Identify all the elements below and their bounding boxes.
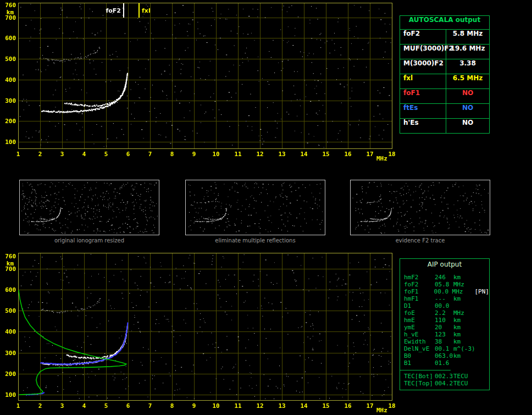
aip-table-body: hmF2246kmfoF205.8MHzfoF100.0MHz[PN]hmF1-…	[400, 274, 489, 387]
parameter-value: NO	[446, 89, 489, 103]
parameter-value: 00.1	[435, 345, 453, 352]
parameter-value: 3.38	[446, 59, 489, 74]
parameter-value: 002.3	[435, 373, 453, 380]
thumbnail-caption-1: original ionogram resized	[19, 237, 159, 244]
parameter-unit: km	[453, 331, 476, 338]
parameter-value: ---	[435, 295, 453, 302]
autoscala-window: Rome (lat: +41.8, lon: 012.5) - DATE: 20…	[0, 0, 532, 415]
parameter-label: h'Es	[400, 119, 446, 133]
profile-ionogram-plot	[0, 250, 397, 415]
aip-row: B101.6	[400, 359, 489, 367]
parameter-value: 063.0	[435, 352, 453, 359]
parameter-unit: m^(-3)	[453, 345, 476, 352]
parameter-label: MUF(3000)F2	[400, 45, 446, 59]
parameter-unit: km	[453, 324, 476, 331]
aip-row: hmF1---km	[400, 295, 489, 302]
parameter-label: TEC[Top]	[404, 380, 435, 387]
aip-row: ymE20km	[400, 324, 489, 331]
thumbnail-caption-3: evidence F2 trace	[350, 237, 490, 244]
parameter-unit: km	[453, 317, 476, 324]
aip-row: foF205.8MHz	[400, 281, 489, 288]
parameter-value: 123	[435, 331, 453, 338]
parameter-label: ftEs	[400, 104, 446, 118]
parameter-label: hmE	[404, 317, 435, 324]
autoscala-table-body: foF25.8 MHzMUF(3000)F219.6 MHzM(3000)F23…	[400, 30, 489, 133]
parameter-value: 00.0	[435, 302, 453, 309]
parameter-label: hmF1	[404, 295, 435, 302]
parameter-value: 004.2	[435, 380, 453, 387]
parameter-value: 5.8 MHz	[446, 30, 489, 44]
aip-output-table: AIP output hmF2246kmfoF205.8MHzfoF100.0M…	[400, 258, 490, 390]
aip-row: TEC[Bot]002.3TECU	[400, 373, 489, 380]
parameter-label: h_vE	[404, 331, 435, 338]
autoscala-row: h'EsNO	[400, 119, 489, 133]
parameter-label: TEC[Bot]	[404, 373, 435, 380]
parameter-unit: km	[453, 274, 476, 281]
thumbnail-evidence-f2-trace	[350, 180, 490, 235]
parameter-value: NO	[446, 119, 489, 133]
aip-row: D100.0	[400, 302, 489, 309]
aip-row: DelN_vE00.1m^(-3)	[400, 345, 489, 352]
thumbnail-eliminate-reflections	[185, 180, 325, 235]
parameter-label: DelN_vE	[404, 345, 435, 352]
parameter-value: 6.5 MHz	[446, 74, 489, 88]
parameter-label: fxl	[400, 74, 446, 88]
autoscala-output-table: AUTOSCALA output foF25.8 MHzMUF(3000)F21…	[400, 15, 490, 134]
parameter-value: 20	[435, 324, 453, 331]
autoscala-row: foF25.8 MHz	[400, 30, 489, 45]
aip-row: Ewidth38km	[400, 338, 489, 345]
parameter-value: 2.2	[435, 309, 453, 317]
aip-row: hmF2246km	[400, 274, 489, 281]
parameter-unit: MHz	[453, 309, 476, 317]
parameter-value: 19.6 MHz	[446, 45, 489, 59]
aip-row: hmE110km	[400, 317, 489, 324]
aip-row: TEC[Top]004.2TECU	[400, 380, 489, 387]
autoscala-table-title: AUTOSCALA output	[400, 16, 489, 30]
parameter-unit: km	[453, 295, 476, 302]
parameter-label: Ewidth	[404, 338, 435, 345]
parameter-unit: TECU	[453, 373, 476, 380]
parameter-value: 01.6	[435, 359, 453, 367]
parameter-unit	[453, 359, 476, 367]
parameter-unit: TECU	[453, 380, 476, 387]
parameter-label: ymE	[404, 324, 435, 331]
parameter-label: M(3000)F2	[400, 59, 446, 74]
aip-table-title: AIP output	[400, 261, 489, 274]
parameter-value: 00.0	[434, 288, 452, 295]
autoscala-row: ftEsNO	[400, 104, 489, 119]
autoscala-row: MUF(3000)F219.6 MHz	[400, 45, 489, 59]
autoscala-row: foF1NO	[400, 89, 489, 104]
parameter-label: foF1	[404, 288, 434, 295]
parameter-label: hmF2	[404, 274, 435, 281]
parameter-value: 05.8	[435, 281, 453, 288]
parameter-label: foF1	[400, 89, 446, 103]
thumbnail-caption-2: eliminate multiple reflections	[185, 237, 325, 244]
main-ionogram-plot	[0, 0, 397, 165]
tec-separator	[400, 370, 451, 370]
aip-row: foE2.2MHz	[400, 309, 489, 317]
parameter-value: 110	[435, 317, 453, 324]
parameter-label: B0	[404, 352, 435, 359]
parameter-value: NO	[446, 104, 489, 118]
parameter-label: B1	[404, 359, 435, 367]
parameter-unit: MHz	[453, 281, 476, 288]
parameter-label: foE	[404, 309, 435, 317]
parameter-value: 246	[435, 274, 453, 281]
aip-row: foF100.0MHz[PN]	[400, 288, 489, 295]
aip-row: h_vE123km	[400, 331, 489, 338]
autoscala-row: M(3000)F23.38	[400, 59, 489, 74]
parameter-unit: MHz	[452, 288, 475, 295]
parameter-note: [PN]	[475, 288, 490, 295]
parameter-label: foF2	[404, 281, 435, 288]
parameter-unit: km	[453, 352, 476, 359]
parameter-label: D1	[404, 302, 435, 309]
parameter-unit: km	[453, 338, 476, 345]
aip-row: B0063.0km	[400, 352, 489, 359]
parameter-label: foF2	[400, 30, 446, 44]
autoscala-row: fxl6.5 MHz	[400, 74, 489, 89]
parameter-unit	[453, 302, 476, 309]
thumbnail-original-ionogram	[19, 180, 159, 235]
parameter-value: 38	[435, 338, 453, 345]
